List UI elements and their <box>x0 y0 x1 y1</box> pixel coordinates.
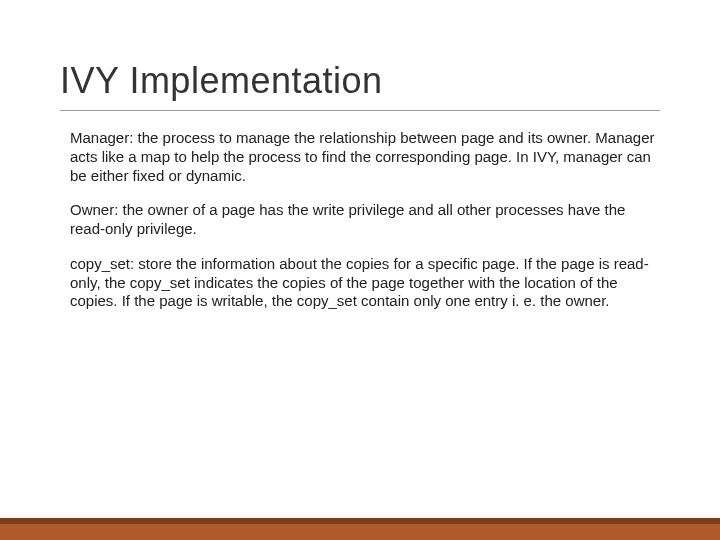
paragraph-owner: Owner: the owner of a page has the write… <box>70 201 660 239</box>
slide-title: IVY Implementation <box>60 60 660 111</box>
bottom-accent-bar <box>0 518 720 540</box>
paragraph-manager: Manager: the process to manage the relat… <box>70 129 660 185</box>
slide-body: Manager: the process to manage the relat… <box>70 129 660 311</box>
slide-container: IVY Implementation Manager: the process … <box>0 0 720 540</box>
paragraph-copyset: copy_set: store the information about th… <box>70 255 660 311</box>
